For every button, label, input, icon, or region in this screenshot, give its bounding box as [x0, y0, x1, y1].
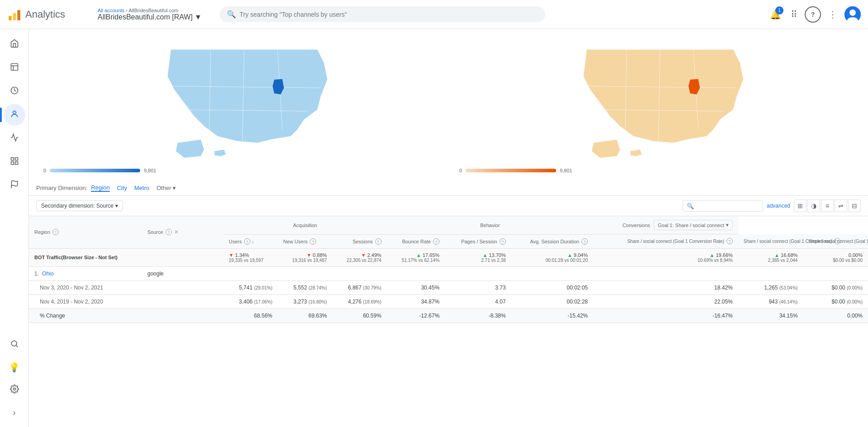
- help-button[interactable]: ?: [805, 6, 821, 23]
- conv-value-cell: $0.00 (0.00%): [803, 280, 868, 294]
- sidebar-item-realtime[interactable]: [4, 81, 25, 102]
- conv-rate-info-icon[interactable]: ?: [726, 238, 733, 244]
- more-options-button[interactable]: ⋮: [828, 9, 837, 20]
- sidebar-item-home[interactable]: [4, 33, 25, 55]
- change-label-cell: % Change: [29, 308, 142, 323]
- bot-sessions-cell: ▼ 2.49% 22,305 vs 22,874: [332, 248, 387, 266]
- ohio-link[interactable]: Ohio: [42, 270, 53, 277]
- home-icon: [10, 39, 19, 50]
- source-close-icon[interactable]: ✕: [174, 229, 180, 235]
- svg-rect-2: [17, 10, 20, 20]
- behavior-icon: [10, 157, 19, 168]
- users-sort-icon[interactable]: ↓: [252, 239, 254, 244]
- maps-section: 0 9,801: [29, 29, 868, 180]
- conv-completions-value-cell-2: 943 (46.14%): [738, 294, 803, 308]
- dim-metro[interactable]: Metro: [134, 185, 149, 191]
- sessions-cell: 6,867 (30.79%): [332, 280, 387, 294]
- svg-point-10: [13, 111, 16, 114]
- region-info-icon[interactable]: ?: [52, 229, 59, 235]
- sessions-info-icon[interactable]: ?: [375, 238, 382, 245]
- bot-conv-completions-cell: ▲ 16.68% 2,385 vs 2,044: [738, 248, 803, 266]
- bounce-rate-cell: 30.45%: [387, 280, 445, 294]
- users-col-header: Users ? ↓: [223, 234, 278, 248]
- advanced-link[interactable]: advanced: [767, 203, 790, 209]
- compare-view-button[interactable]: ⇌: [835, 199, 847, 212]
- header: Analytics All accounts › AllBridesBeauti…: [0, 0, 868, 29]
- source-info-icon[interactable]: ?: [165, 229, 172, 235]
- source-cell: google: [142, 266, 223, 280]
- analytics-logo: [7, 7, 22, 22]
- primary-dim-label: Primary Dimension:: [36, 185, 87, 191]
- flag-icon: [10, 180, 19, 191]
- sessions-trend-icon: ▼: [361, 252, 366, 258]
- secondary-dim-button[interactable]: Secondary dimension: Source ▾: [36, 200, 123, 211]
- app-title: Analytics: [25, 9, 65, 20]
- breadcrumb: All accounts › AllBridesBeautiful.com: [98, 8, 202, 13]
- bar-view-button[interactable]: ≡: [821, 199, 834, 212]
- svg-rect-1: [13, 13, 16, 20]
- pivot-view-button[interactable]: ⊟: [848, 199, 861, 212]
- svg-rect-14: [15, 161, 18, 164]
- conv-value-cell-2: $0.00 (0.00%): [803, 294, 868, 308]
- avg-session-cell-2: 00:02:28: [511, 294, 594, 308]
- sidebar-item-conversions[interactable]: [4, 175, 25, 196]
- dropdown-arrow-icon: ▾: [115, 203, 118, 209]
- pages-session-cell: 3.73: [445, 280, 511, 294]
- new-users-trend-icon: ▼: [307, 252, 311, 258]
- pages-info-icon[interactable]: ?: [500, 238, 506, 245]
- apps-button[interactable]: ⠿: [791, 9, 797, 20]
- region-cell: 1. Ohio: [29, 266, 142, 280]
- bot-conv-rate-cell: ▲ 19.66% 10.69% vs 8.94%: [593, 248, 738, 266]
- conv-completions-trend-icon: ▲: [774, 252, 779, 258]
- bounce-info-icon[interactable]: ?: [433, 238, 439, 245]
- change-sessions-cell: 60.59%: [332, 308, 387, 323]
- conv-rate-trend-icon: ▲: [710, 252, 715, 258]
- search-input[interactable]: [240, 11, 538, 18]
- sidebar-item-behavior[interactable]: [4, 151, 25, 173]
- sidebar-item-audience[interactable]: [4, 104, 25, 126]
- users-info-icon[interactable]: ?: [244, 238, 250, 245]
- pie-view-button[interactable]: ◑: [807, 199, 820, 212]
- dim-other[interactable]: Other ▾: [156, 185, 176, 191]
- orange-map-legend: 0 9,801: [452, 164, 868, 177]
- bot-label-cell: BOT Traffic(Browser Size - Not Set): [29, 248, 223, 266]
- search-icon: 🔍: [227, 10, 236, 19]
- new-users-cell: 5,552 (28.74%): [278, 280, 333, 294]
- table-row: 1. Ohio google: [29, 266, 868, 280]
- filter-search-box[interactable]: 🔍: [683, 200, 763, 212]
- user-avatar[interactable]: [844, 6, 861, 23]
- conv-rate-value-cell-2: 22.05%: [593, 294, 738, 308]
- users-cell-2: 3,406 (17.06%): [223, 294, 278, 308]
- account-selector[interactable]: AllBridesBeautiful.com [RAW] ▼: [98, 13, 202, 21]
- sidebar: 💡 ›: [0, 29, 29, 323]
- behavior-group-header: Behavior: [387, 216, 594, 234]
- conv-completions-value-cell: 1,265 (53.04%): [738, 280, 803, 294]
- conv-rate-col-header: Share / social connect (Goal 1 Conversio…: [593, 234, 738, 248]
- chevron-down-icon: ▾: [173, 185, 176, 191]
- bot-avg-session-cell: ▲ 9.04% 00:01:28 vs 00:01:20: [511, 248, 594, 266]
- users-cell: 5,741 (29.01%): [223, 280, 278, 294]
- sidebar-item-reports[interactable]: [4, 57, 25, 79]
- sidebar-item-acquisition[interactable]: [4, 128, 25, 149]
- users-trend-icon: ▼: [229, 252, 234, 258]
- notifications-button[interactable]: 🔔 1: [767, 6, 783, 23]
- conversions-selector[interactable]: Goal 1: Share / social connect ▾: [654, 220, 733, 230]
- grid-view-button[interactable]: ⊞: [794, 199, 807, 212]
- percent-change-row: % Change 68.56% 69.63% 60.59% -12.67% -8…: [29, 308, 868, 323]
- new-users-cell-2: 3,273 (16.80%): [278, 294, 333, 308]
- sessions-cell-2: 4,276 (18.69%): [332, 294, 387, 308]
- bot-pages-cell: ▲ 13.70% 2.71 vs 2.38: [445, 248, 511, 266]
- notification-badge: 1: [775, 6, 783, 14]
- change-users-cell: 68.56%: [223, 308, 278, 323]
- filter-search-input[interactable]: [696, 203, 759, 209]
- dim-region[interactable]: Region: [91, 184, 109, 192]
- conv-value-col-header: Share / social connect (Goal 1 Value) ?: [803, 234, 868, 248]
- dimension-bar: Primary Dimension: Region City Metro Oth…: [29, 180, 868, 196]
- reports-icon: [10, 62, 19, 74]
- change-bounce-cell: -12.67%: [387, 308, 445, 323]
- new-users-info-icon[interactable]: ?: [310, 238, 316, 245]
- avg-session-info-icon[interactable]: ?: [581, 238, 588, 245]
- search-bar[interactable]: 🔍: [220, 6, 545, 22]
- dim-city[interactable]: City: [117, 185, 127, 191]
- change-conv-completions-cell: 34.15%: [738, 308, 803, 323]
